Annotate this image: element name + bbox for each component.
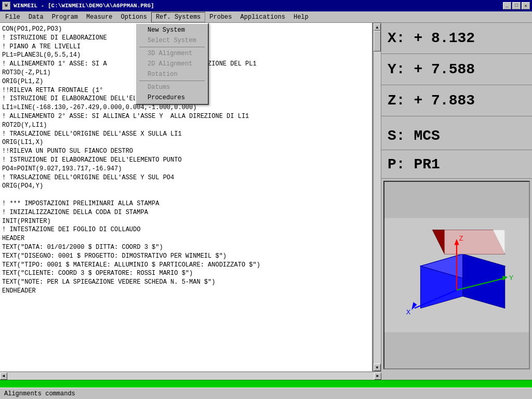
close-button[interactable]: ✕ — [522, 2, 530, 9]
svg-text:Z: Z — [459, 234, 463, 242]
3d-viewport: Z Y X — [383, 181, 530, 369]
app-icon[interactable]: W — [2, 2, 10, 10]
3d-viewport-svg: Z Y X — [384, 182, 529, 368]
main-content: CON(PO1,PO2,PO3) ! ISTRUZIONE DI ELABORA… — [0, 23, 532, 371]
dropdown-separator-1 — [139, 47, 205, 47]
menu-2d-alignment: 2D Alignment — [137, 59, 207, 69]
title-buttons: _ □ ✕ — [503, 2, 530, 9]
ref-systems-dropdown[interactable]: New System Select System 3D Alignment 2D… — [135, 23, 209, 105]
svg-text:X: X — [406, 308, 411, 316]
title-bar: W WINMEIL - [C:\WINMEIL\DEMO\A\A6PPMAN.P… — [0, 0, 532, 11]
menu-measure[interactable]: Measure — [82, 12, 116, 22]
menu-rotation: Rotation — [137, 69, 207, 79]
title-bar-left: W WINMEIL - [C:\WINMEIL\DEMO\A\A6PPMAN.P… — [2, 2, 154, 10]
dropdown-menu: New System Select System 3D Alignment 2D… — [135, 23, 209, 105]
vertical-scrollbar[interactable]: ▲ ▼ — [373, 23, 381, 371]
menu-applications[interactable]: Applications — [236, 12, 289, 22]
menu-probes[interactable]: Probes — [205, 12, 236, 22]
s-system-display: S: MCS — [381, 122, 532, 150]
minimize-button[interactable]: _ — [503, 2, 511, 9]
scroll-track[interactable] — [374, 31, 381, 364]
menu-new-system[interactable]: New System — [137, 25, 207, 35]
svg-marker-5 — [445, 230, 505, 254]
scroll-down-arrow[interactable]: ▼ — [374, 364, 381, 371]
dropdown-separator-2 — [139, 81, 205, 81]
y-coordinate-display: Y: + 7.588 — [381, 54, 532, 85]
maximize-button[interactable]: □ — [512, 2, 521, 9]
command-bar: Alignments commands — [0, 388, 532, 399]
scroll-right-arrow[interactable]: ► — [374, 373, 381, 380]
menu-ref-systems[interactable]: Ref. Systems — [151, 12, 205, 22]
status-bar — [0, 380, 532, 388]
menu-options[interactable]: Options — [116, 12, 151, 22]
menu-bar: File Data Program Measure Options Ref. S… — [0, 11, 532, 23]
menu-procedures[interactable]: Procedures — [137, 92, 207, 103]
scroll-left-arrow[interactable]: ◄ — [0, 373, 7, 380]
right-panel: X: + 8.132 Y: + 7.588 Z: + 7.883 S: MCS … — [381, 23, 532, 371]
svg-text:Y: Y — [509, 274, 514, 282]
menu-3d-alignment: 3D Alignment — [137, 48, 207, 59]
command-label: Alignments commands — [4, 390, 75, 397]
menu-datums: Datums — [137, 82, 207, 92]
menu-program[interactable]: Program — [48, 12, 82, 22]
scroll-up-arrow[interactable]: ▲ — [374, 23, 381, 31]
scroll-thumb[interactable] — [374, 31, 381, 51]
menu-help[interactable]: Help — [289, 12, 313, 22]
z-coordinate-display: Z: + 7.883 — [381, 85, 532, 116]
title-text: WINMEIL - [C:\WINMEIL\DEMO\A\A6PPMAN.PRG… — [14, 3, 154, 9]
horizontal-scrollbar[interactable]: ◄ ► — [0, 371, 381, 380]
x-coordinate-display: X: + 8.132 — [381, 23, 532, 54]
p-system-display: P: PR1 — [381, 150, 532, 179]
menu-data[interactable]: Data — [24, 12, 48, 22]
menu-select-system: Select System — [137, 35, 207, 46]
menu-file[interactable]: File — [1, 12, 24, 22]
